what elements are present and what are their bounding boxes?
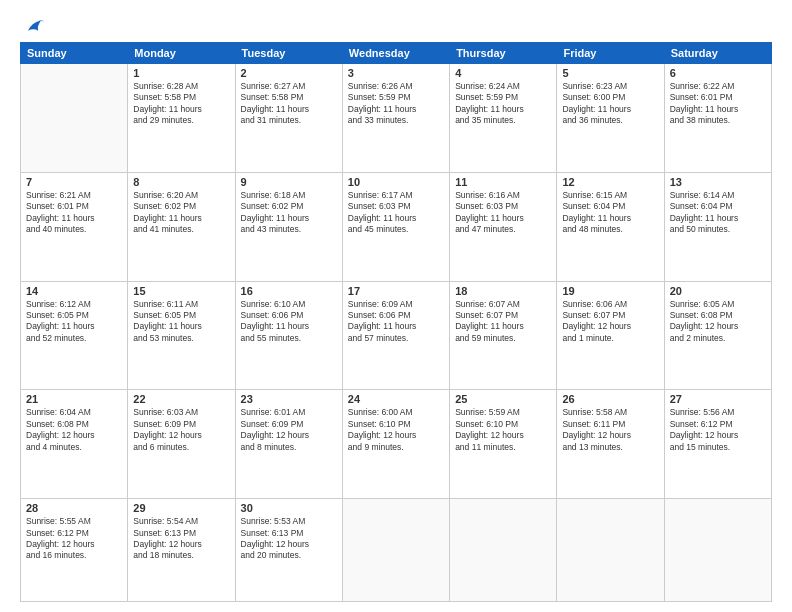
day-number: 20 [670,285,766,297]
calendar-cell: 3Sunrise: 6:26 AMSunset: 5:59 PMDaylight… [342,64,449,173]
calendar-cell: 8Sunrise: 6:20 AMSunset: 6:02 PMDaylight… [128,172,235,281]
calendar-cell: 7Sunrise: 6:21 AMSunset: 6:01 PMDaylight… [21,172,128,281]
calendar-cell: 28Sunrise: 5:55 AMSunset: 6:12 PMDayligh… [21,499,128,602]
week-row-2: 7Sunrise: 6:21 AMSunset: 6:01 PMDaylight… [21,172,772,281]
calendar-cell: 14Sunrise: 6:12 AMSunset: 6:05 PMDayligh… [21,281,128,390]
day-number: 9 [241,176,337,188]
calendar-cell: 18Sunrise: 6:07 AMSunset: 6:07 PMDayligh… [450,281,557,390]
calendar-cell: 23Sunrise: 6:01 AMSunset: 6:09 PMDayligh… [235,390,342,499]
cell-info: Sunrise: 6:00 AMSunset: 6:10 PMDaylight:… [348,407,444,453]
calendar-cell: 24Sunrise: 6:00 AMSunset: 6:10 PMDayligh… [342,390,449,499]
day-number: 13 [670,176,766,188]
cell-info: Sunrise: 6:06 AMSunset: 6:07 PMDaylight:… [562,299,658,345]
header [20,16,772,38]
cell-info: Sunrise: 6:12 AMSunset: 6:05 PMDaylight:… [26,299,122,345]
weekday-header-sunday: Sunday [21,43,128,64]
weekday-header-tuesday: Tuesday [235,43,342,64]
cell-info: Sunrise: 6:10 AMSunset: 6:06 PMDaylight:… [241,299,337,345]
week-row-4: 21Sunrise: 6:04 AMSunset: 6:08 PMDayligh… [21,390,772,499]
day-number: 23 [241,393,337,405]
cell-info: Sunrise: 6:03 AMSunset: 6:09 PMDaylight:… [133,407,229,453]
cell-info: Sunrise: 5:54 AMSunset: 6:13 PMDaylight:… [133,516,229,562]
cell-info: Sunrise: 6:05 AMSunset: 6:08 PMDaylight:… [670,299,766,345]
weekday-header-monday: Monday [128,43,235,64]
day-number: 2 [241,67,337,79]
cell-info: Sunrise: 5:59 AMSunset: 6:10 PMDaylight:… [455,407,551,453]
day-number: 10 [348,176,444,188]
calendar-cell [664,499,771,602]
day-number: 12 [562,176,658,188]
day-number: 11 [455,176,551,188]
day-number: 18 [455,285,551,297]
day-number: 14 [26,285,122,297]
day-number: 17 [348,285,444,297]
day-number: 29 [133,502,229,514]
weekday-header-saturday: Saturday [664,43,771,64]
logo [20,16,44,38]
calendar-table: SundayMondayTuesdayWednesdayThursdayFrid… [20,42,772,602]
cell-info: Sunrise: 6:11 AMSunset: 6:05 PMDaylight:… [133,299,229,345]
calendar-cell: 10Sunrise: 6:17 AMSunset: 6:03 PMDayligh… [342,172,449,281]
cell-info: Sunrise: 6:20 AMSunset: 6:02 PMDaylight:… [133,190,229,236]
calendar-cell: 19Sunrise: 6:06 AMSunset: 6:07 PMDayligh… [557,281,664,390]
calendar-page: SundayMondayTuesdayWednesdayThursdayFrid… [0,0,792,612]
calendar-cell [342,499,449,602]
cell-info: Sunrise: 6:23 AMSunset: 6:00 PMDaylight:… [562,81,658,127]
day-number: 30 [241,502,337,514]
calendar-cell: 27Sunrise: 5:56 AMSunset: 6:12 PMDayligh… [664,390,771,499]
day-number: 25 [455,393,551,405]
cell-info: Sunrise: 6:09 AMSunset: 6:06 PMDaylight:… [348,299,444,345]
day-number: 5 [562,67,658,79]
week-row-1: 1Sunrise: 6:28 AMSunset: 5:58 PMDaylight… [21,64,772,173]
cell-info: Sunrise: 6:26 AMSunset: 5:59 PMDaylight:… [348,81,444,127]
calendar-cell: 26Sunrise: 5:58 AMSunset: 6:11 PMDayligh… [557,390,664,499]
calendar-cell [557,499,664,602]
day-number: 7 [26,176,122,188]
calendar-cell: 15Sunrise: 6:11 AMSunset: 6:05 PMDayligh… [128,281,235,390]
cell-info: Sunrise: 6:24 AMSunset: 5:59 PMDaylight:… [455,81,551,127]
weekday-header-friday: Friday [557,43,664,64]
calendar-cell: 17Sunrise: 6:09 AMSunset: 6:06 PMDayligh… [342,281,449,390]
cell-info: Sunrise: 5:56 AMSunset: 6:12 PMDaylight:… [670,407,766,453]
calendar-cell: 25Sunrise: 5:59 AMSunset: 6:10 PMDayligh… [450,390,557,499]
calendar-cell: 30Sunrise: 5:53 AMSunset: 6:13 PMDayligh… [235,499,342,602]
day-number: 15 [133,285,229,297]
day-number: 4 [455,67,551,79]
calendar-cell: 11Sunrise: 6:16 AMSunset: 6:03 PMDayligh… [450,172,557,281]
cell-info: Sunrise: 6:14 AMSunset: 6:04 PMDaylight:… [670,190,766,236]
cell-info: Sunrise: 6:22 AMSunset: 6:01 PMDaylight:… [670,81,766,127]
cell-info: Sunrise: 6:04 AMSunset: 6:08 PMDaylight:… [26,407,122,453]
calendar-cell: 16Sunrise: 6:10 AMSunset: 6:06 PMDayligh… [235,281,342,390]
calendar-cell: 12Sunrise: 6:15 AMSunset: 6:04 PMDayligh… [557,172,664,281]
weekday-header-wednesday: Wednesday [342,43,449,64]
cell-info: Sunrise: 6:27 AMSunset: 5:58 PMDaylight:… [241,81,337,127]
day-number: 21 [26,393,122,405]
cell-info: Sunrise: 6:21 AMSunset: 6:01 PMDaylight:… [26,190,122,236]
cell-info: Sunrise: 6:15 AMSunset: 6:04 PMDaylight:… [562,190,658,236]
day-number: 6 [670,67,766,79]
calendar-cell: 22Sunrise: 6:03 AMSunset: 6:09 PMDayligh… [128,390,235,499]
calendar-cell: 6Sunrise: 6:22 AMSunset: 6:01 PMDaylight… [664,64,771,173]
week-row-3: 14Sunrise: 6:12 AMSunset: 6:05 PMDayligh… [21,281,772,390]
week-row-5: 28Sunrise: 5:55 AMSunset: 6:12 PMDayligh… [21,499,772,602]
calendar-cell: 20Sunrise: 6:05 AMSunset: 6:08 PMDayligh… [664,281,771,390]
day-number: 3 [348,67,444,79]
cell-info: Sunrise: 6:16 AMSunset: 6:03 PMDaylight:… [455,190,551,236]
cell-info: Sunrise: 6:01 AMSunset: 6:09 PMDaylight:… [241,407,337,453]
calendar-cell: 29Sunrise: 5:54 AMSunset: 6:13 PMDayligh… [128,499,235,602]
calendar-cell: 21Sunrise: 6:04 AMSunset: 6:08 PMDayligh… [21,390,128,499]
weekday-header-row: SundayMondayTuesdayWednesdayThursdayFrid… [21,43,772,64]
weekday-header-thursday: Thursday [450,43,557,64]
cell-info: Sunrise: 6:17 AMSunset: 6:03 PMDaylight:… [348,190,444,236]
calendar-cell: 13Sunrise: 6:14 AMSunset: 6:04 PMDayligh… [664,172,771,281]
day-number: 22 [133,393,229,405]
cell-info: Sunrise: 6:07 AMSunset: 6:07 PMDaylight:… [455,299,551,345]
day-number: 24 [348,393,444,405]
cell-info: Sunrise: 5:53 AMSunset: 6:13 PMDaylight:… [241,516,337,562]
day-number: 1 [133,67,229,79]
day-number: 28 [26,502,122,514]
calendar-cell [21,64,128,173]
calendar-cell: 9Sunrise: 6:18 AMSunset: 6:02 PMDaylight… [235,172,342,281]
day-number: 19 [562,285,658,297]
cell-info: Sunrise: 5:55 AMSunset: 6:12 PMDaylight:… [26,516,122,562]
